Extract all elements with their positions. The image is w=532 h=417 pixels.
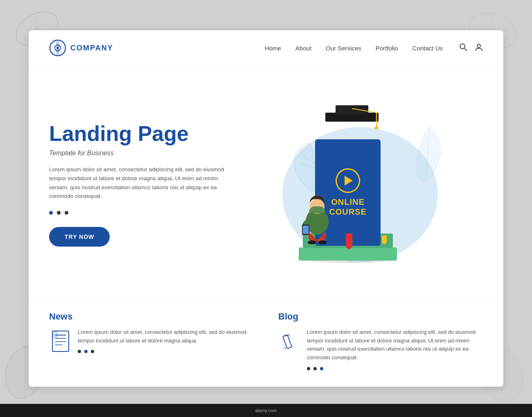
blog-content: Lorem ipsum dolor sit amet, consectetur … bbox=[278, 328, 483, 370]
watermark-text: alamy.com bbox=[255, 408, 277, 413]
nav-contact-us[interactable]: Contact Us bbox=[413, 45, 443, 52]
news-dot-1[interactable] bbox=[78, 350, 81, 353]
blog-text-area: Lorem ipsum dolor sit amet, consectetur … bbox=[307, 328, 483, 370]
illustration: ONLINE COURSE bbox=[258, 98, 462, 270]
hero-dots bbox=[49, 211, 229, 215]
play-button bbox=[336, 168, 360, 193]
nav-our-services[interactable]: Our Services bbox=[326, 45, 361, 52]
nav-about[interactable]: About bbox=[295, 45, 311, 52]
news-description: Lorem ipsum dolor sit amet, consectetur … bbox=[78, 328, 254, 345]
sitting-person bbox=[295, 191, 344, 246]
bottom-bar: alamy.com bbox=[0, 404, 532, 417]
svg-point-12 bbox=[56, 47, 59, 49]
book-green-2 bbox=[299, 247, 397, 261]
play-triangle bbox=[345, 176, 353, 186]
hero-dot-1[interactable] bbox=[49, 211, 53, 215]
bottom-sections: News Lorem ipsum dolor sit amet, consect… bbox=[29, 299, 503, 387]
svg-rect-23 bbox=[336, 105, 368, 114]
hero-right: ONLINE COURSE bbox=[237, 98, 483, 270]
blog-icon bbox=[278, 328, 301, 355]
blog-title: Blog bbox=[278, 311, 483, 322]
blog-dot-3[interactable] bbox=[320, 367, 323, 370]
news-dot-3[interactable] bbox=[91, 350, 94, 353]
logo-text: COMPANY bbox=[70, 44, 113, 52]
hero-description: Lorem ipsum dolor sit amet, consectetur … bbox=[49, 165, 229, 200]
hero-dot-3[interactable] bbox=[65, 211, 68, 215]
hero-left: Landing Page Template for Business Lorem… bbox=[49, 122, 229, 247]
news-text-area: Lorem ipsum dolor sit amet, consectetur … bbox=[78, 328, 254, 355]
hero-section: Landing Page Template for Business Lorem… bbox=[29, 66, 503, 299]
news-title: News bbox=[49, 311, 254, 322]
svg-rect-38 bbox=[52, 331, 58, 338]
logo[interactable]: COMPANY bbox=[49, 39, 113, 57]
try-now-button[interactable]: TRY NOW bbox=[49, 227, 110, 247]
nav-portfolio[interactable]: Portfolio bbox=[376, 45, 398, 52]
graduation-cap bbox=[321, 100, 383, 131]
hero-subtitle: Template for Business bbox=[49, 150, 229, 157]
svg-point-15 bbox=[477, 44, 480, 48]
logo-icon bbox=[49, 39, 66, 57]
blog-dot-1[interactable] bbox=[307, 367, 310, 370]
svg-rect-39 bbox=[282, 335, 291, 349]
blog-dot-2[interactable] bbox=[313, 367, 317, 370]
blog-section: Blog Lorem ipsum dolor sit amet, consect… bbox=[278, 311, 483, 370]
nav-links: Home About Our Services Portfolio Contac… bbox=[265, 45, 443, 52]
svg-point-13 bbox=[460, 44, 465, 49]
news-icon bbox=[49, 328, 72, 355]
book-bookmark bbox=[346, 233, 352, 250]
news-dots bbox=[78, 350, 254, 353]
news-dot-2[interactable] bbox=[84, 350, 88, 353]
right-leaf bbox=[405, 123, 454, 190]
svg-rect-30 bbox=[303, 226, 309, 234]
blog-dots bbox=[307, 367, 483, 370]
main-card: COMPANY Home About Our Services Portfoli… bbox=[29, 30, 503, 387]
user-icon[interactable] bbox=[475, 43, 483, 53]
blog-description: Lorem ipsum dolor sit amet, consectetur … bbox=[307, 328, 483, 362]
hero-dot-2[interactable] bbox=[57, 211, 61, 215]
news-section: News Lorem ipsum dolor sit amet, consect… bbox=[49, 311, 254, 370]
svg-point-25 bbox=[374, 126, 379, 129]
news-content: Lorem ipsum dolor sit amet, consectetur … bbox=[49, 328, 254, 355]
search-icon[interactable] bbox=[459, 43, 467, 53]
svg-line-14 bbox=[464, 48, 467, 51]
nav-icons bbox=[459, 43, 483, 53]
navbar: COMPANY Home About Our Services Portfoli… bbox=[29, 30, 503, 66]
nav-home[interactable]: Home bbox=[265, 45, 281, 52]
hero-title: Landing Page bbox=[49, 122, 229, 145]
